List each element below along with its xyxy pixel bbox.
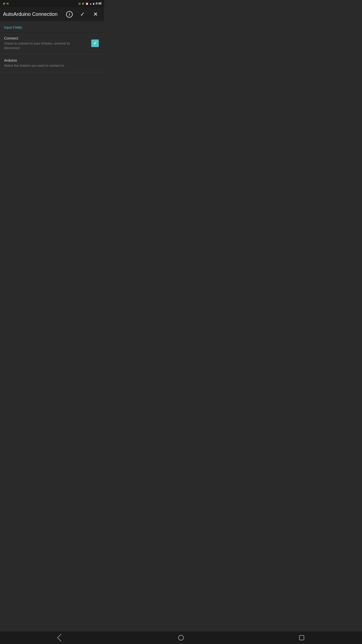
- connect-checkbox-container[interactable]: ✓: [90, 38, 100, 48]
- mail-icon: ✉: [7, 2, 9, 5]
- check-icon: ✓: [80, 11, 85, 18]
- cast-icon: ⊟: [78, 2, 80, 5]
- empty-content-area: [0, 72, 104, 173]
- connect-checkbox[interactable]: ✓: [91, 39, 99, 47]
- info-button[interactable]: i: [64, 9, 75, 20]
- page-title: AutoArduino Connection: [3, 11, 64, 17]
- connect-subtitle: Check to connect to your Arduino, unchec…: [4, 41, 79, 50]
- lightning-icon: ⚡: [3, 2, 6, 5]
- status-bar: ⚡ ✉ ⊟ ⚡ ⏰ ▲ ▮ 4:40: [0, 0, 104, 7]
- arduino-item-content: Arduino Select the Arduino you want to c…: [4, 58, 100, 68]
- arduino-list-item[interactable]: Arduino Select the Arduino you want to c…: [0, 54, 104, 72]
- arduino-subtitle: Select the Arduino you want to connect t…: [4, 63, 79, 68]
- input-fields-label: Input Fields: [4, 25, 22, 29]
- connect-item-content: Connect Check to connect to your Arduino…: [4, 36, 90, 50]
- close-icon: ✕: [93, 11, 98, 18]
- status-bar-right: ⊟ ⚡ ⏰ ▲ ▮ 4:40: [78, 2, 102, 5]
- input-fields-section-header: Input Fields: [0, 22, 104, 32]
- checkbox-check-icon: ✓: [93, 41, 97, 46]
- status-bar-left: ⚡ ✉: [3, 2, 9, 5]
- status-time: 4:40: [96, 2, 102, 5]
- connect-list-item: Connect Check to connect to your Arduino…: [0, 32, 104, 54]
- arduino-title: Arduino: [4, 58, 100, 62]
- bluetooth-icon: ⚡: [81, 2, 84, 5]
- confirm-button[interactable]: ✓: [77, 9, 88, 20]
- connect-title: Connect: [4, 36, 90, 40]
- close-button[interactable]: ✕: [90, 9, 101, 20]
- info-icon: i: [66, 11, 73, 18]
- action-bar: AutoArduino Connection i ✓ ✕: [0, 7, 104, 22]
- alarm-icon: ⏰: [85, 2, 88, 5]
- battery-icon: ▮: [93, 2, 95, 5]
- action-bar-icons: i ✓ ✕: [64, 9, 101, 20]
- wifi-icon: ▲: [89, 2, 92, 5]
